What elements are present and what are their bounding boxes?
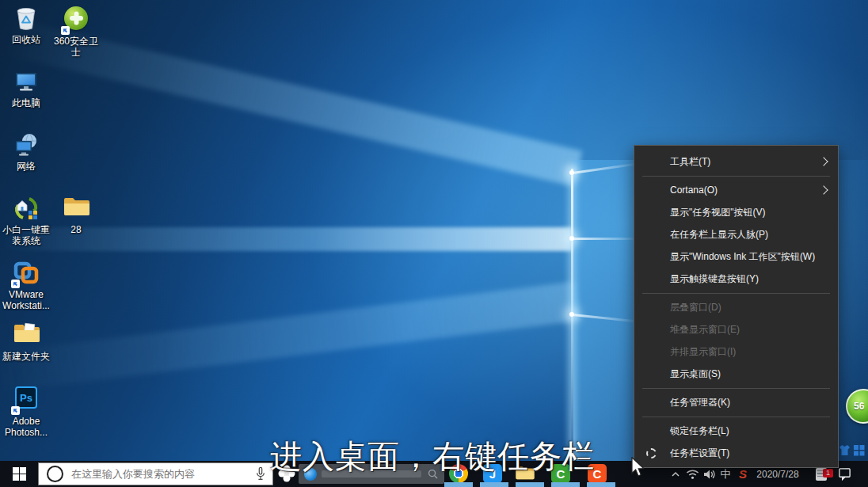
- desktop-icon-360-safeguard[interactable]: 360安全卫士: [50, 5, 102, 58]
- gear-icon: [646, 448, 657, 458]
- new-folder-icon: [13, 321, 40, 348]
- photoshop-icon: Ps: [13, 386, 40, 413]
- menu-item-label: 显示"Windows Ink 工作区"按钮(W): [670, 251, 815, 262]
- menu-item-toolbars[interactable]: 工具栏(T): [634, 150, 838, 173]
- menu-item-show-people-on-taskbar[interactable]: 在任务栏上显示人脉(P): [634, 223, 838, 245]
- shortcut-arrow-icon: [61, 26, 70, 35]
- menu-item-label: 锁定任务栏(L): [670, 425, 729, 436]
- menu-item-show-task-view-button[interactable]: 显示"任务视图"按钮(V): [634, 201, 838, 223]
- shortcut-arrow-icon: [11, 280, 20, 288]
- desktop-icon-xiaobai-reinstall[interactable]: 小白一键重装系统: [0, 195, 52, 246]
- search-input[interactable]: [70, 467, 256, 481]
- video-subtitle: 进入桌面，右键任务栏: [270, 435, 595, 478]
- running-app-indicator: [444, 482, 473, 487]
- menu-item-cascade-windows: 层叠窗口(D): [634, 296, 838, 318]
- wallpaper-light-beam: [0, 281, 581, 392]
- mouse-cursor: [630, 457, 645, 477]
- desktop-icon-this-pc[interactable]: 此电脑: [0, 68, 52, 108]
- desktop-icon-recycle-bin[interactable]: 回收站: [0, 5, 52, 45]
- desktop-icon-label: 小白一键重装系统: [0, 224, 52, 246]
- desktop-icon-label: 新建文件夹: [0, 351, 52, 362]
- desktop-icon-folder-28[interactable]: 28: [50, 195, 102, 235]
- menu-separator: [642, 293, 830, 294]
- chevron-right-icon: [819, 157, 828, 166]
- chevron-right-icon: [819, 185, 828, 194]
- start-button[interactable]: [0, 461, 38, 487]
- cortana-icon: [47, 466, 63, 482]
- desktop-icon-label: 360安全卫士: [50, 36, 102, 58]
- menu-item-taskbar-settings[interactable]: 任务栏设置(T): [634, 442, 838, 464]
- xiaobai-reinstall-icon: [13, 195, 40, 222]
- menu-item-show-desktop[interactable]: 显示桌面(S): [634, 363, 838, 385]
- menu-item-show-touch-keyboard-button[interactable]: 显示触摸键盘按钮(Y): [634, 268, 838, 290]
- desktop-icon-photoshop[interactable]: Ps Adobe Photosh...: [0, 385, 52, 438]
- desktop-icon-new-folder[interactable]: 新建文件夹: [0, 321, 52, 362]
- menu-separator: [642, 417, 830, 417]
- desktop-icon-label: Adobe Photosh...: [0, 416, 52, 438]
- floating-ball-score: 56: [854, 401, 864, 412]
- menu-item-label: 显示"任务视图"按钮(V): [670, 207, 766, 218]
- menu-item-label: 任务栏设置(T): [670, 447, 729, 458]
- menu-item-label: Cortana(O): [670, 185, 718, 196]
- menu-item-label: 工具栏(T): [670, 156, 710, 167]
- menu-item-label: 在任务栏上显示人脉(P): [670, 229, 768, 240]
- taskbar-context-menu: 工具栏(T)Cortana(O)显示"任务视图"按钮(V)在任务栏上显示人脉(P…: [634, 145, 839, 468]
- grid-icon[interactable]: [853, 444, 865, 456]
- menu-item-label: 显示触摸键盘按钮(Y): [670, 273, 759, 284]
- desktop-icon-label: VMware Workstati...: [0, 289, 52, 311]
- desktop-icon-label: 28: [50, 224, 102, 235]
- running-app-indicator: [551, 482, 580, 487]
- menu-item-label: 并排显示窗口(I): [670, 346, 736, 357]
- menu-item-show-windows-side-by-side: 并排显示窗口(I): [634, 341, 838, 363]
- desktop-icon-label: 此电脑: [0, 97, 52, 108]
- menu-item-show-windows-ink-workspace-button[interactable]: 显示"Windows Ink 工作区"按钮(W): [634, 245, 838, 268]
- desktop-icon-label: 网络: [0, 161, 52, 172]
- 360-safeguard-icon: [63, 6, 89, 33]
- running-app-indicator: [587, 482, 615, 487]
- windows-logo-icon: [13, 467, 26, 481]
- running-app-indicator: [480, 482, 508, 487]
- menu-item-show-windows-stacked: 堆叠显示窗口(E): [634, 318, 838, 341]
- microphone-icon[interactable]: [256, 466, 265, 481]
- shortcut-arrow-icon: [11, 406, 20, 415]
- menu-item-task-manager[interactable]: 任务管理器(K): [634, 391, 838, 413]
- shirt-icon[interactable]: [839, 444, 851, 456]
- menu-item-label: 堆叠显示窗口(E): [670, 324, 740, 335]
- vmware-icon: [13, 260, 40, 287]
- running-app-indicator: [516, 482, 544, 487]
- desktop-icon-vmware-workstation[interactable]: VMware Workstati...: [0, 260, 52, 311]
- menu-separator: [642, 388, 830, 389]
- menu-item-cortana[interactable]: Cortana(O): [634, 179, 838, 201]
- menu-separator: [642, 176, 830, 177]
- notification-badge: 1: [823, 469, 833, 477]
- this-pc-icon: [13, 68, 40, 95]
- recycle-bin-icon: [13, 5, 40, 32]
- desktop-icon-network[interactable]: 网络: [0, 131, 52, 172]
- menu-item-lock-taskbar[interactable]: 锁定任务栏(L): [634, 420, 838, 442]
- folder-icon: [63, 195, 89, 222]
- desktop-icon-label: 回收站: [0, 34, 52, 45]
- network-icon: [13, 131, 40, 158]
- taskbar-search-box[interactable]: [38, 462, 273, 485]
- menu-item-label: 显示桌面(S): [670, 368, 721, 379]
- menu-item-label: 层叠窗口(D): [670, 302, 721, 313]
- menu-item-label: 任务管理器(K): [670, 397, 730, 408]
